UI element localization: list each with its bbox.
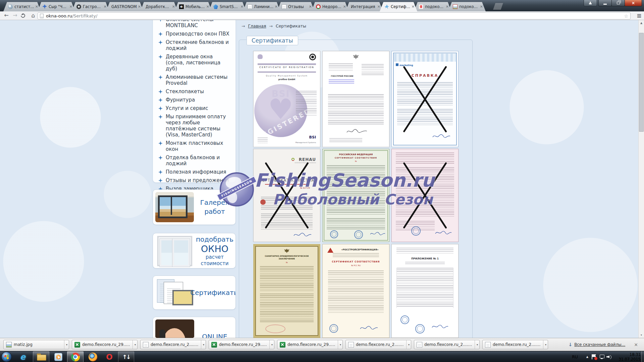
browser-tab[interactable]: SmartSolutio ×: [209, 2, 246, 11]
bookmark-star-icon[interactable]: ☆: [624, 13, 628, 19]
tab-close-icon[interactable]: ×: [446, 5, 449, 8]
forward-button[interactable]: →: [11, 12, 19, 18]
tab-close-icon[interactable]: ×: [275, 5, 278, 8]
sidebar-menu-item[interactable]: Мы принимаем оплату через любые платёжны…: [158, 114, 231, 138]
certificate-thumbnail-sanepid[interactable]: САНИТАРНО-ЭПИДЕМИОЛОГИЧЕСКОЕ ЗАКЛЮЧЕНИЕ …: [253, 244, 320, 338]
sidebar-menu-item[interactable]: Монтаж пластиковых окон: [158, 140, 231, 152]
browser-tab[interactable]: Сыр "Чанах" ×: [38, 2, 75, 11]
page-scrollbar[interactable]: ▲ ▾: [638, 20, 644, 338]
volume-icon[interactable]: [606, 355, 611, 359]
tray-expand-icon[interactable]: ▲: [586, 351, 588, 362]
download-item[interactable]: demo.flexcore.ru_2....html ▾: [414, 340, 480, 349]
taskbar-opera[interactable]: O: [102, 351, 117, 362]
profile-button[interactable]: [584, 0, 597, 6]
taskbar-download-manager[interactable]: ↑↓: [118, 351, 134, 362]
language-indicator[interactable]: RU: [572, 351, 578, 362]
sidebar-menu-item[interactable]: Полезная информация: [158, 169, 231, 175]
taskbar-firefox[interactable]: [86, 351, 100, 362]
online-consultant-widget[interactable]: ONLINE: [153, 317, 236, 338]
browser-tab[interactable]: GASTRONOM ×: [106, 2, 144, 11]
reload-button[interactable]: [20, 12, 26, 18]
maximize-button[interactable]: [611, 0, 625, 6]
sidebar-menu-item[interactable]: Остекление балконов и лоджий: [158, 39, 231, 51]
sidebar-menu-item[interactable]: Деревянные окна (сосна, лиственница дуб): [158, 54, 231, 72]
certificate-thumbnail-spravka[interactable]: marketing СПРАВКА: [391, 51, 459, 147]
home-button[interactable]: ⌂: [30, 12, 37, 19]
breadcrumb-home-link[interactable]: Главная: [248, 23, 266, 28]
tab-close-icon[interactable]: ×: [377, 5, 380, 8]
download-caret-icon[interactable]: ▾: [406, 340, 410, 349]
certificate-thumbnail-appendix[interactable]: ПРИЛОЖЕНИЕ № 1: [391, 244, 459, 338]
sidebar-menu-item[interactable]: Услуги и сервис: [158, 105, 231, 111]
taskbar-chrome[interactable]: [67, 351, 84, 362]
tab-close-icon[interactable]: ×: [412, 5, 415, 8]
taskbar-explorer[interactable]: [33, 351, 49, 362]
tab-close-icon[interactable]: ×: [172, 5, 175, 8]
action-center-flag-icon[interactable]: [592, 354, 596, 359]
sidebar-menu-item[interactable]: Алюминиевые системы Provedal: [158, 74, 231, 86]
sidebar-menu-item[interactable]: Оконные системы MONTBLANC: [158, 20, 231, 28]
certificate-thumbnail-rehau[interactable]: REHAU Unlimited Polymer Solutions СЕРТИФ…: [253, 149, 320, 242]
browser-tab[interactable]: Интеграция ×: [345, 2, 383, 11]
certificates-widget[interactable]: Сертификаты: [153, 276, 236, 310]
certificate-thumbnail-pink[interactable]: [391, 149, 459, 242]
browser-tab[interactable]: Сертификаты ×: [380, 2, 417, 11]
certificate-thumbnail-sootvetstviya[interactable]: РОССИЙСКАЯ ФЕДЕРАЦИЯ СЕРТИФИКАТ СООТВЕТС…: [322, 149, 389, 242]
download-item[interactable]: demo.flexcore.ru_2....html ▾: [345, 340, 411, 349]
minimize-button[interactable]: [598, 0, 612, 6]
scroll-down-icon[interactable]: ▾: [639, 332, 644, 338]
browser-tab[interactable]: Ламинирова ×: [243, 2, 280, 11]
show-desktop-button[interactable]: [641, 351, 644, 362]
show-all-downloads-link[interactable]: Все скачанные файлы...: [574, 342, 625, 347]
sidebar-menu-item[interactable]: Отзывы и предложения: [158, 177, 231, 183]
browser-tab[interactable]: Гастроном С ×: [72, 2, 109, 11]
download-item[interactable]: matiz.jpg ▾: [3, 340, 69, 349]
download-caret-icon[interactable]: ▾: [338, 340, 341, 349]
new-tab-button[interactable]: [493, 3, 503, 10]
tab-close-icon[interactable]: ×: [138, 5, 141, 8]
download-item[interactable]: demo.flexcore.ru_29.....csv ▾: [277, 340, 343, 349]
sidebar-menu-item[interactable]: Отделка балконов и лоджий: [158, 155, 231, 167]
browser-tab[interactable]: подоконник ×: [448, 2, 486, 11]
tab-close-icon[interactable]: ×: [104, 5, 107, 8]
browser-tab[interactable]: e Мобильный ×: [174, 2, 212, 11]
browser-tab[interactable]: Отзывы ×: [277, 2, 315, 11]
browser-menu-icon[interactable]: ≡: [637, 12, 642, 19]
download-caret-icon[interactable]: ▾: [269, 340, 273, 349]
tray-clock[interactable]: 18:31 31.07.2015: [619, 352, 641, 362]
tab-close-icon[interactable]: ×: [480, 5, 483, 8]
start-button[interactable]: [1, 352, 12, 362]
network-icon[interactable]: [599, 355, 604, 359]
taskbar-internet-explorer[interactable]: e: [15, 351, 30, 362]
download-caret-icon[interactable]: ▾: [201, 340, 204, 349]
download-caret-icon[interactable]: ▾: [475, 340, 478, 349]
tab-close-icon[interactable]: ×: [343, 5, 346, 8]
window-selector-widget[interactable]: подобрать ОКНО расчет стоимости: [153, 233, 236, 268]
browser-tab[interactable]: Недорогие п ×: [311, 2, 349, 11]
tab-close-icon[interactable]: ×: [35, 5, 38, 8]
taskbar-media-player[interactable]: [51, 351, 66, 362]
tab-close-icon[interactable]: ×: [309, 5, 312, 8]
download-caret-icon[interactable]: ▾: [64, 340, 67, 349]
tab-close-icon[interactable]: ×: [69, 5, 72, 8]
tab-close-icon[interactable]: ×: [240, 5, 244, 8]
certificate-thumbnail-bsi[interactable]: CERTIFICATE OF REGISTRATION Quality Mana…: [253, 51, 320, 147]
back-button[interactable]: ←: [3, 12, 10, 18]
download-caret-icon[interactable]: ▾: [132, 340, 136, 349]
browser-tab[interactable]: Я подоконник ×: [414, 2, 451, 11]
download-item[interactable]: demo.flexcore.ru_29.....csv ▾: [209, 340, 274, 349]
sidebar-menu-item[interactable]: Фурнитура: [158, 97, 231, 103]
browser-tab[interactable]: Доработки Г ×: [140, 2, 178, 11]
sidebar-menu-item[interactable]: Стеклопакеты: [158, 88, 231, 95]
download-item[interactable]: demo.flexcore.ru_2....html ▾: [482, 340, 548, 349]
download-item[interactable]: demo.flexcore.ru_29.....csv ▾: [72, 340, 138, 349]
certificate-thumbnail-rosstroy[interactable]: «РОССТРОЙСЕРТИФИКАЦИЯ» СЕРТИФИКАТ СООТВЕ…: [322, 244, 389, 338]
address-bar[interactable]: okna-ooo.ru/Sertifikaty/ ☆: [38, 12, 631, 19]
close-window-button[interactable]: ×: [625, 0, 642, 6]
close-downloads-bar-icon[interactable]: ×: [634, 342, 638, 347]
scroll-up-icon[interactable]: ▲: [639, 20, 644, 26]
download-item[interactable]: demo.flexcore.ru_2....html ▾: [140, 340, 206, 349]
download-caret-icon[interactable]: ▾: [543, 340, 546, 349]
scrollbar-thumb[interactable]: [639, 33, 644, 132]
tab-close-icon[interactable]: ×: [206, 5, 209, 8]
